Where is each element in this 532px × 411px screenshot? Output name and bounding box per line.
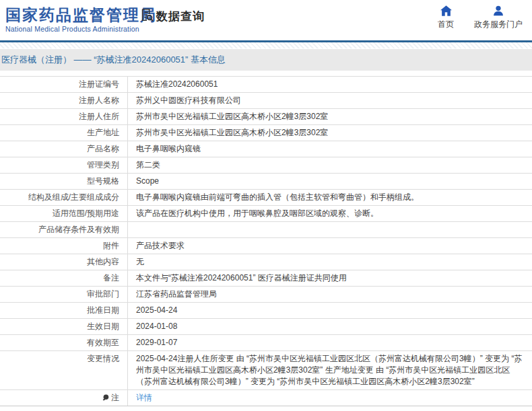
top-nav: 首页 政务服务门户	[438, 5, 523, 30]
row-label: 注	[0, 390, 127, 406]
row-label-text: 其他内容	[87, 256, 119, 268]
table-row: 注册证编号苏械注准20242060051	[0, 76, 532, 92]
table-row: 型号规格Scope	[0, 173, 532, 189]
table-row: 附件产品技术要求	[0, 237, 532, 254]
row-value: 苏州义中圆医疗科技有限公司	[127, 93, 532, 108]
row-value: 电子鼻咽喉内窥镜	[127, 141, 532, 157]
user-icon	[493, 5, 504, 16]
row-label: 生效日期	[0, 319, 127, 334]
doc-search-icon	[139, 7, 154, 25]
row-label-text: 审批部门	[87, 289, 119, 300]
row-label-text: 生效日期	[87, 321, 119, 332]
row-label: 备注	[0, 270, 127, 286]
row-label: 管理类别	[0, 157, 127, 173]
table-row: 生效日期2024-01-08	[0, 318, 532, 334]
row-value: 电子鼻咽喉内窥镜由前端可弯曲的插入管（包括主软管和弯曲管）和手柄组成。	[127, 190, 532, 205]
row-label: 注册人名称	[0, 93, 127, 108]
table-row: 管理类别第二类	[0, 157, 532, 173]
row-label-text: 产品储存条件及有效期	[38, 224, 119, 235]
row-label: 变更情况	[0, 351, 127, 389]
row-label: 审批部门	[0, 287, 127, 302]
row-label-text: 生产地址	[87, 127, 119, 139]
note-icon	[102, 392, 109, 404]
row-label-text: 变更情况	[87, 353, 119, 365]
row-value: 苏械注准20242060051	[127, 77, 532, 92]
row-label-text: 备注	[103, 272, 119, 284]
table-row: 备注本文件与“苏械注准20242060051” 医疗器械注册证共同使用	[0, 270, 532, 286]
row-label-text: 产品名称	[87, 143, 119, 155]
table-row: 批准日期2025-04-24	[0, 302, 532, 318]
row-label: 附件	[0, 238, 127, 254]
row-value: 本文件与“苏械注准20242060051” 医疗器械注册证共同使用	[127, 270, 532, 286]
row-value: 2029-01-07	[127, 335, 532, 350]
table-row: 审批部门江苏省药品监督管理局	[0, 286, 532, 302]
page-header: 国家药品监督管理局 National Medical Products Admi…	[0, 0, 532, 40]
data-query-heading: 数据查询	[139, 7, 205, 25]
row-value: 无	[127, 254, 532, 270]
row-label-text: 管理类别	[87, 159, 119, 171]
row-label-text: 有效期至	[87, 337, 119, 348]
row-label-text: 注	[111, 392, 119, 404]
row-label-text: 批准日期	[87, 305, 119, 316]
row-value: 江苏省药品监督管理局	[127, 287, 532, 302]
row-label: 其他内容	[0, 254, 127, 270]
table-row: 注详情	[0, 389, 532, 406]
hatch-strip	[0, 42, 532, 48]
table-row: 生产地址苏州市吴中区光福镇工业园区高木桥小区2幢3层302室	[0, 124, 532, 141]
row-label: 产品名称	[0, 141, 127, 157]
details-link[interactable]: 详情	[136, 393, 152, 402]
section-title: 数据查询	[156, 9, 205, 24]
row-value	[127, 222, 532, 237]
row-value: 第二类	[127, 157, 532, 173]
row-value: Scope	[127, 174, 532, 189]
table-row: 注册人住所苏州市吴中区光福镇工业园区高木桥小区2幢3层302室	[0, 108, 532, 124]
row-label: 生产地址	[0, 125, 127, 141]
row-value: 苏州市吴中区光福镇工业园区高木桥小区2幢3层302室	[127, 125, 532, 141]
row-label: 产品储存条件及有效期	[0, 222, 127, 237]
row-label: 有效期至	[0, 335, 127, 350]
row-label: 型号规格	[0, 174, 127, 189]
row-label: 注册人住所	[0, 109, 127, 124]
row-value: 苏州市吴中区光福镇工业园区高木桥小区2幢3层302室	[127, 109, 532, 124]
row-label-text: 附件	[103, 240, 119, 252]
row-value: 2025-04-24	[127, 303, 532, 318]
table-row: 有效期至2029-01-07	[0, 334, 532, 350]
row-value: 2025-04-24注册人住所变更 由 “苏州市吴中区光福镇工业园区北区（苏州富…	[127, 351, 532, 389]
row-label-text: 型号规格	[87, 176, 119, 187]
row-label-text: 注册证编号	[79, 79, 119, 90]
home-icon	[440, 5, 452, 16]
row-value: 2024-01-08	[127, 319, 532, 334]
row-value: 详情	[127, 390, 532, 406]
table-row: 注册人名称苏州义中圆医疗科技有限公司	[0, 92, 532, 108]
row-value: 产品技术要求	[127, 238, 532, 254]
logo-title: 国家药品监督管理局	[5, 6, 157, 24]
nav-gov-portal[interactable]: 政务服务门户	[474, 5, 523, 30]
table-row: 产品名称电子鼻咽喉内窥镜	[0, 141, 532, 157]
row-label-text: 结构及组成/主要组成成分	[28, 192, 119, 203]
logo-subtitle: National Medical Products Administration	[5, 25, 157, 33]
table-row: 其他内容无	[0, 254, 532, 270]
nav-gov-portal-label: 政务服务门户	[474, 19, 523, 30]
row-label: 注册证编号	[0, 77, 127, 92]
table-row: 结构及组成/主要组成成分电子鼻咽喉内窥镜由前端可弯曲的插入管（包括主软管和弯曲管…	[0, 189, 532, 205]
table-row: 适用范围/预期用途该产品在医疗机构中使用，用于咽喉鼻腔及咽部区域的观察、诊断。	[0, 205, 532, 221]
row-label-text: 注册人住所	[79, 111, 119, 122]
row-label: 适用范围/预期用途	[0, 206, 127, 221]
nmpa-logo[interactable]: 国家药品监督管理局 National Medical Products Admi…	[5, 6, 157, 33]
row-label: 结构及组成/主要组成成分	[0, 190, 127, 205]
breadcrumb: 医疗器械（注册） —— “苏械注准20242060051” 基本信息	[0, 49, 532, 71]
nav-home-label: 首页	[438, 19, 454, 30]
table-row: 变更情况2025-04-24注册人住所变更 由 “苏州市吴中区光福镇工业园区北区…	[0, 350, 532, 389]
row-value: 该产品在医疗机构中使用，用于咽喉鼻腔及咽部区域的观察、诊断。	[127, 206, 532, 221]
row-label: 批准日期	[0, 303, 127, 318]
row-label-text: 注册人名称	[79, 95, 119, 106]
registration-info-table: 注册证编号苏械注准20242060051注册人名称苏州义中圆医疗科技有限公司注册…	[0, 76, 532, 406]
nav-home[interactable]: 首页	[438, 5, 454, 30]
table-row: 产品储存条件及有效期	[0, 221, 532, 237]
row-label-text: 适用范围/预期用途	[53, 208, 119, 219]
